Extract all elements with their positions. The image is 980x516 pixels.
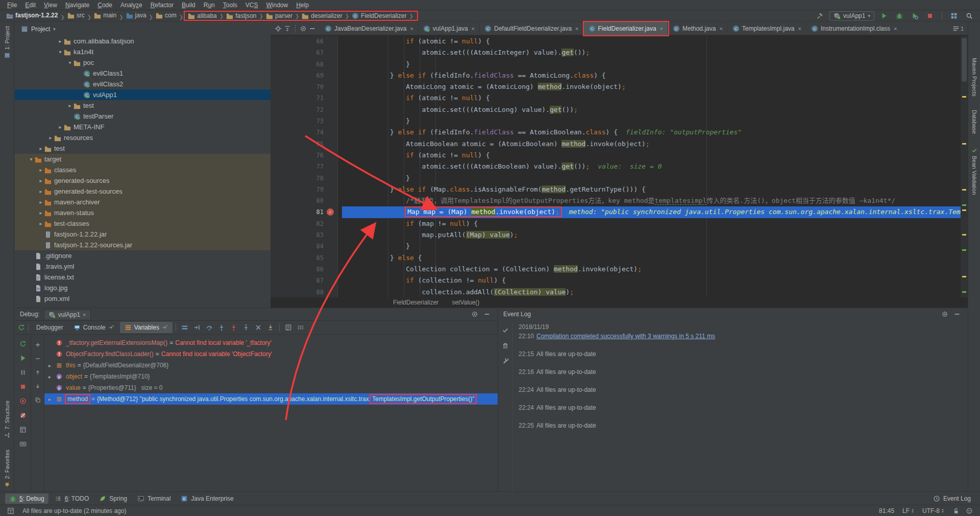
- restore-layout-button[interactable]: [17, 425, 29, 434]
- pause-button[interactable]: [17, 368, 29, 377]
- menu-window[interactable]: Window: [262, 1, 292, 10]
- tree-item-test[interactable]: ▸test: [15, 100, 271, 111]
- coverage-button[interactable]: [909, 11, 920, 20]
- scrollbar-thumb[interactable]: [962, 38, 967, 82]
- tree-item-logo-jpg[interactable]: logo.jpg: [15, 283, 271, 293]
- line-number[interactable]: 70: [271, 81, 324, 92]
- breadcrumb-method[interactable]: setValue(): [452, 299, 479, 306]
- tree-item-license-txt[interactable]: license.txt: [15, 272, 271, 283]
- variable-row-this[interactable]: ▸this={DefaultFieldDeserializer@706}: [44, 360, 498, 371]
- tool-window-tab-terminal[interactable]: Terminal: [133, 494, 175, 504]
- tree-item-classes[interactable]: ▸classes: [15, 165, 271, 175]
- breadcrumb-item-src[interactable]: src: [66, 12, 86, 19]
- menu-run[interactable]: Run: [200, 1, 219, 10]
- chevron-collapsed-icon[interactable]: ▸: [48, 363, 56, 368]
- close-icon[interactable]: ×: [83, 312, 86, 318]
- line-separator-selector[interactable]: LF▲▼: [902, 507, 914, 514]
- breadcrumb-item-fastjson-1.2.22[interactable]: fastjson-1.2.22: [5, 12, 59, 19]
- tree-item--gitignore[interactable]: .gitignore: [15, 250, 271, 261]
- collapse-all-icon[interactable]: [284, 25, 291, 32]
- variable-row-_tfactory-getExternalExtensionsMap-[interactable]: _tfactory.getExternalExtensionsMap()=Can…: [44, 337, 498, 348]
- wrench-button[interactable]: [500, 356, 511, 365]
- chevron-collapsed-icon[interactable]: ▸: [37, 189, 44, 194]
- line-number[interactable]: 74: [271, 127, 324, 138]
- tool-window-button-database[interactable]: Database: [971, 110, 977, 134]
- breadcrumb-item-alibaba[interactable]: alibaba: [187, 12, 218, 19]
- evaluate-expression-button[interactable]: [283, 323, 294, 332]
- line-number[interactable]: 73: [271, 115, 324, 127]
- drop-frame-button[interactable]: [253, 323, 264, 332]
- tree-item-evilClass2[interactable]: CevilClass2: [15, 79, 271, 89]
- add-watch-button[interactable]: [32, 340, 43, 349]
- editor-tab-Method-java[interactable]: CMethod.java×: [668, 22, 728, 35]
- tree-item-resources[interactable]: ▸resources: [15, 132, 271, 143]
- remove-watch-button[interactable]: [32, 354, 43, 363]
- close-icon[interactable]: ×: [660, 26, 663, 32]
- chevron-collapsed-icon[interactable]: ▸: [47, 135, 54, 140]
- line-number[interactable]: 75: [271, 138, 324, 150]
- debug-bug-button[interactable]: [894, 11, 905, 20]
- minus-icon[interactable]: [309, 25, 316, 32]
- chevron-collapsed-icon[interactable]: ▸: [37, 210, 44, 216]
- tree-item-generated-test-sources[interactable]: ▸generated-test-sources: [15, 186, 271, 197]
- line-number[interactable]: 80: [271, 195, 324, 206]
- tool-window-tab-event-log[interactable]: Event Log: [929, 494, 975, 504]
- settings-lines-button[interactable]: [295, 323, 306, 332]
- run-button[interactable]: [878, 11, 890, 20]
- close-icon[interactable]: ×: [719, 26, 722, 32]
- menu-vcs[interactable]: VCS: [241, 1, 262, 10]
- line-number[interactable]: 79: [271, 184, 324, 195]
- line-number[interactable]: 77: [271, 161, 324, 172]
- tree-item-fastjson-1-2-22-sources-jar[interactable]: fastjson-1.2.22-sources.jar: [15, 240, 271, 250]
- chevron-collapsed-icon[interactable]: ▸: [57, 124, 64, 130]
- breadcrumb-item-fastjson[interactable]: fastjson: [225, 12, 257, 19]
- error-stripe-mark[interactable]: [962, 249, 966, 251]
- chevron-down-icon[interactable]: ▾: [53, 27, 56, 32]
- ide-face-icon[interactable]: [966, 507, 973, 514]
- move-down-button[interactable]: [32, 382, 43, 391]
- build-hammer-button[interactable]: [814, 11, 825, 20]
- tool-window-button-1-project[interactable]: 1: Project: [4, 26, 10, 58]
- debug-view-tab-variables[interactable]: Variables: [120, 322, 173, 333]
- variable-row-ObjectFactory-findClassLoader-[interactable]: ObjectFactory.findClassLoader()=Cannot f…: [44, 348, 498, 360]
- close-icon[interactable]: ×: [410, 26, 413, 32]
- breadcrumb-item-java[interactable]: java: [125, 12, 148, 19]
- menu-navigate[interactable]: Navigate: [61, 1, 93, 10]
- tool-window-tab-spring[interactable]: Spring: [95, 494, 131, 504]
- chevron-expanded-icon[interactable]: ▾: [57, 49, 64, 55]
- tree-item-ka1n4t[interactable]: ▾ka1n4t: [15, 46, 271, 57]
- chevron-collapsed-icon[interactable]: ▸: [48, 374, 56, 380]
- breadcrumb-item-FieldDeserializer[interactable]: CFieldDeserializer: [351, 12, 407, 19]
- step-out-button[interactable]: [240, 323, 252, 332]
- lock-icon[interactable]: [952, 507, 960, 514]
- menu-file[interactable]: File: [3, 1, 21, 10]
- run-config-select[interactable]: vulApp1▾: [829, 11, 874, 21]
- menu-view[interactable]: View: [40, 1, 61, 10]
- error-stripe-mark[interactable]: [962, 276, 966, 277]
- breadcrumb-item-parser[interactable]: parser: [265, 12, 293, 19]
- tree-item-generated-sources[interactable]: ▸generated-sources: [15, 175, 271, 186]
- stop-button[interactable]: [17, 382, 29, 391]
- error-stripe-mark[interactable]: [962, 204, 966, 206]
- line-number[interactable]: 84: [271, 241, 324, 252]
- show-execution-point-button[interactable]: [191, 323, 203, 332]
- tree-item-pom-xml[interactable]: mpom.xml: [15, 293, 271, 304]
- error-stripe-mark[interactable]: [962, 291, 966, 293]
- line-number[interactable]: 81: [271, 206, 324, 218]
- tool-window-button-bean-validation[interactable]: Bean Validation: [971, 147, 977, 195]
- close-icon[interactable]: ×: [472, 26, 475, 32]
- resume-button[interactable]: [17, 354, 29, 363]
- force-step-into-button[interactable]: [228, 323, 239, 332]
- view-breakpoints-button[interactable]: [17, 396, 29, 406]
- breadcrumb-item-deserializer[interactable]: deserializer: [301, 12, 343, 19]
- code-area[interactable]: 66 if (atomic != null) {67 atomic.set(((…: [271, 36, 961, 297]
- line-number[interactable]: 71: [271, 92, 324, 104]
- debug-session-tab[interactable]: vulApp1 ×: [44, 310, 91, 319]
- variable-row-method[interactable]: ▸method={Method@712} "public synchronize…: [44, 393, 498, 405]
- chevron-collapsed-icon[interactable]: ▸: [48, 396, 56, 402]
- rerun-button[interactable]: [17, 339, 29, 348]
- tree-item-META-INF[interactable]: ▸META-INF: [15, 122, 271, 132]
- error-stripe-mark[interactable]: [962, 143, 966, 145]
- tool-window-button-2-favorites[interactable]: 2: Favorites: [4, 450, 10, 487]
- async-oo-button[interactable]: oo: [17, 439, 29, 449]
